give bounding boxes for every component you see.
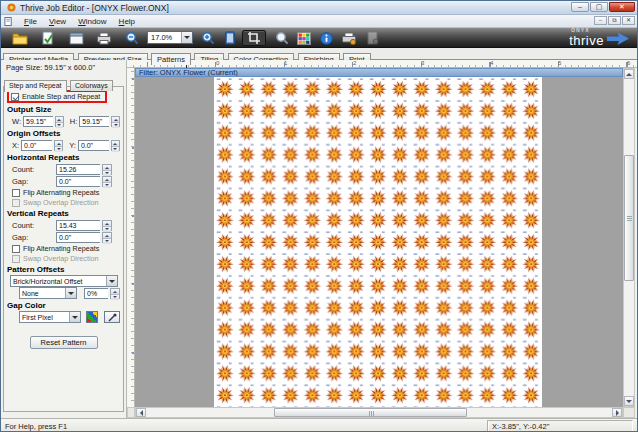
v-count-spinner[interactable] bbox=[102, 220, 112, 231]
scroll-right-arrow[interactable] bbox=[612, 408, 622, 417]
menu-bar: File View Window Help – ⧉ ✕ bbox=[1, 15, 638, 28]
zoom-out-button[interactable] bbox=[121, 30, 143, 46]
output-size-heading: Output Size bbox=[7, 105, 120, 115]
gap-color-arrow[interactable] bbox=[69, 312, 80, 322]
h-flip-label: Flip Alternating Repeats bbox=[23, 188, 99, 197]
ruler-number: 2 bbox=[353, 60, 356, 66]
h-flip-checkbox[interactable] bbox=[12, 189, 20, 197]
enable-step-and-repeat-checkbox[interactable] bbox=[11, 93, 19, 101]
vertical-ruler bbox=[127, 68, 135, 407]
eyedropper-icon bbox=[108, 313, 117, 322]
reset-pattern-button[interactable]: Reset Pattern bbox=[30, 336, 98, 349]
document-icon[interactable] bbox=[4, 17, 13, 26]
scroll-left-arrow[interactable] bbox=[136, 408, 146, 417]
h-gap-field[interactable] bbox=[56, 176, 100, 187]
mdi-restore-button[interactable]: ⧉ bbox=[608, 16, 621, 25]
menu-view[interactable]: View bbox=[43, 16, 72, 27]
origin-x-field[interactable] bbox=[21, 140, 52, 151]
zoom-in-button[interactable] bbox=[197, 30, 219, 46]
app-window: Thrive Job Editor - [ONYX Flower.ONX] – … bbox=[0, 0, 638, 432]
zoom-combo-arrow[interactable] bbox=[181, 32, 192, 43]
eyedropper-button[interactable] bbox=[104, 311, 120, 323]
menu-help[interactable]: Help bbox=[113, 16, 141, 27]
ruler-number: 5 bbox=[558, 60, 561, 66]
origin-y-spinner[interactable] bbox=[111, 140, 120, 151]
flower-pattern bbox=[214, 77, 542, 407]
print-setup-button[interactable] bbox=[338, 30, 360, 46]
menu-window[interactable]: Window bbox=[72, 16, 112, 27]
h-count-spinner[interactable] bbox=[102, 164, 112, 175]
vertical-scroll-thumb[interactable] bbox=[624, 155, 634, 281]
pattern-offset-percent-spinner[interactable] bbox=[110, 288, 120, 299]
subtab-colorways[interactable]: Colorways bbox=[70, 80, 113, 91]
pattern-offset-mode-arrow[interactable] bbox=[106, 276, 117, 286]
crop-tool-button[interactable] bbox=[242, 30, 266, 46]
status-help-text: For Help, press F1 bbox=[5, 422, 67, 431]
open-folder-icon bbox=[12, 32, 28, 45]
mdi-minimize-button[interactable]: – bbox=[594, 16, 607, 25]
horizontal-scroll-thumb[interactable] bbox=[274, 408, 467, 417]
filter-header: Filter: ONYX Flower (Current) bbox=[135, 68, 623, 77]
pattern-offset-mode-dropdown[interactable]: Brick/Horizontal Offset bbox=[10, 275, 118, 287]
height-spinner[interactable] bbox=[111, 116, 120, 127]
height-field[interactable] bbox=[79, 116, 109, 127]
width-spinner[interactable] bbox=[55, 116, 64, 127]
open-button[interactable] bbox=[9, 30, 31, 46]
pattern-offset-amount-dropdown[interactable]: None bbox=[19, 287, 77, 299]
h-swap-checkbox bbox=[12, 199, 20, 207]
cursor-coordinates: X:-3.85", Y:-0.42" bbox=[487, 420, 633, 432]
v-swap-label: Swap Overlap Direction bbox=[23, 254, 99, 263]
zoom-level-value: 17.0% bbox=[148, 33, 181, 42]
mdi-close-button[interactable]: ✕ bbox=[622, 16, 635, 25]
pattern-sheet bbox=[214, 77, 542, 407]
origin-x-spinner[interactable] bbox=[54, 140, 63, 151]
magnifier-button[interactable] bbox=[271, 30, 293, 46]
v-flip-row[interactable]: Flip Alternating Repeats bbox=[7, 244, 120, 253]
color-swatches-button[interactable] bbox=[293, 30, 315, 46]
tab-patterns[interactable]: Patterns bbox=[151, 53, 191, 65]
save-button[interactable] bbox=[37, 30, 59, 46]
scroll-up-arrow[interactable] bbox=[624, 69, 634, 79]
zoom-out-icon bbox=[125, 31, 139, 45]
scroll-down-arrow[interactable] bbox=[624, 396, 634, 406]
pattern-offset-percent-field[interactable] bbox=[84, 288, 108, 299]
h-gap-spinner[interactable] bbox=[102, 176, 112, 187]
close-button[interactable]: ✕ bbox=[609, 2, 635, 12]
preview-button[interactable] bbox=[65, 30, 87, 46]
printer-icon bbox=[96, 32, 112, 45]
v-gap-field[interactable] bbox=[56, 232, 100, 243]
v-count-field[interactable] bbox=[56, 220, 100, 231]
navigator-book-icon bbox=[224, 31, 236, 45]
menu-file[interactable]: File bbox=[18, 16, 43, 27]
toolbar: 17.0% bbox=[1, 28, 638, 48]
maximize-button[interactable]: ▢ bbox=[590, 2, 608, 12]
h-count-field[interactable] bbox=[56, 164, 100, 175]
gap-color-swatch-button[interactable] bbox=[86, 311, 99, 323]
color-grid-icon bbox=[297, 32, 311, 45]
origin-y-field[interactable] bbox=[78, 140, 109, 151]
brand-arrow-icon bbox=[607, 32, 629, 45]
navigator-button[interactable] bbox=[219, 30, 241, 46]
pattern-offset-amount-arrow[interactable] bbox=[65, 288, 76, 298]
zoom-level-combo[interactable]: 17.0% bbox=[147, 31, 193, 44]
gap-color-dropdown[interactable]: First Pixel bbox=[19, 311, 81, 323]
settings-panel: Page Size: 59.15" x 600.0" Step and Repe… bbox=[1, 60, 127, 418]
info-icon bbox=[320, 32, 333, 45]
info-button[interactable] bbox=[315, 30, 337, 46]
h-gap-label: Gap: bbox=[12, 177, 54, 186]
v-flip-checkbox[interactable] bbox=[12, 245, 20, 253]
minimize-button[interactable]: – bbox=[571, 2, 589, 12]
h-flip-row[interactable]: Flip Alternating Repeats bbox=[7, 188, 120, 197]
preview-canvas[interactable] bbox=[135, 77, 623, 407]
magnifier-icon bbox=[275, 31, 289, 45]
vertical-scrollbar[interactable] bbox=[623, 68, 635, 407]
height-label: H: bbox=[70, 117, 78, 126]
h-swap-label: Swap Overlap Direction bbox=[23, 198, 99, 207]
page-size-label: Page Size: 59.15" x 600.0" bbox=[1, 60, 126, 74]
v-flip-label: Flip Alternating Repeats bbox=[23, 244, 99, 253]
v-gap-spinner[interactable] bbox=[102, 232, 112, 243]
subtab-step-and-repeat[interactable]: Step and Repeat bbox=[4, 80, 67, 92]
print-button[interactable] bbox=[93, 30, 115, 46]
width-field[interactable] bbox=[23, 116, 53, 127]
horizontal-scrollbar[interactable] bbox=[135, 407, 623, 418]
